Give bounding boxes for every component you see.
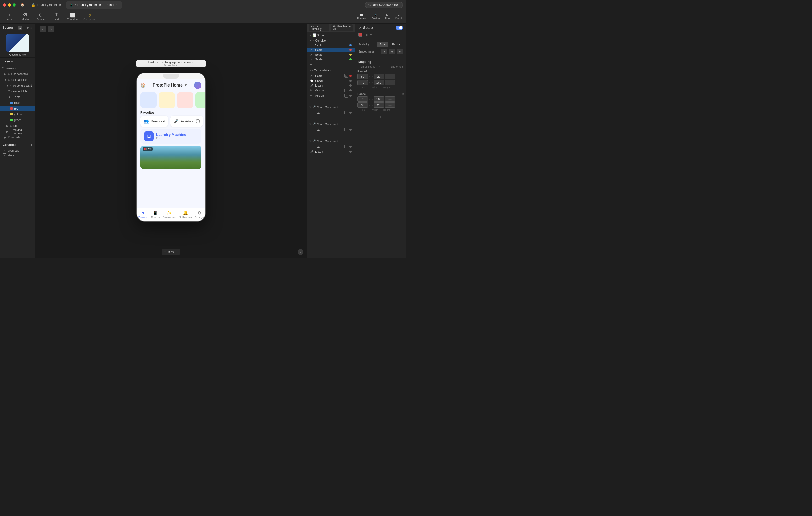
range2-width-2[interactable]: 20 xyxy=(374,102,384,108)
canvas-back-btn[interactable]: ‹ xyxy=(39,26,46,32)
voice-header-2[interactable]: ▼ 🎤 Voice Command ... xyxy=(307,121,355,127)
add-voice-action-1[interactable]: + xyxy=(307,115,355,121)
help-btn[interactable]: ? xyxy=(298,249,303,255)
var-state[interactable]: x state xyxy=(0,153,35,158)
scale-row-3[interactable]: ↗ Scale xyxy=(307,52,355,57)
layer-broadcast-tile[interactable]: ▶ □ broadcast tile xyxy=(0,71,35,77)
assign-row-1[interactable]: fx Assign x xyxy=(307,88,355,93)
tile-3[interactable] xyxy=(177,92,193,108)
tile-1[interactable] xyxy=(141,92,157,108)
range2-height-1[interactable]: — xyxy=(385,96,395,102)
layer-label[interactable]: ▶ □ label xyxy=(0,123,35,129)
voice-text-row-3[interactable]: T Text T xyxy=(307,144,355,149)
preview-btn[interactable]: ⬜ Preview xyxy=(357,13,367,20)
scene-item[interactable]: Google ho me xyxy=(2,34,33,56)
traffic-light-close[interactable] xyxy=(3,3,6,6)
fav-assistant[interactable]: 🎤 Assistant xyxy=(170,116,203,127)
traffic-light-fullscreen[interactable] xyxy=(12,3,16,6)
toolbar-import[interactable]: ↑ Import xyxy=(4,12,14,21)
sound-header[interactable]: ▼ 📊 Sound xyxy=(307,32,355,38)
cloud-btn[interactable]: ☁ Cloud xyxy=(395,13,402,20)
laundry-card[interactable]: ⊡ Laundry Machine On xyxy=(141,129,201,144)
nav-automations[interactable]: ✨ Automations xyxy=(163,210,176,218)
voice-listen-row[interactable]: 🎤 Listen xyxy=(307,149,355,154)
canvas-forward-btn[interactable]: › xyxy=(48,26,54,32)
range2-close[interactable]: × xyxy=(402,92,404,95)
nav-settings[interactable]: ⚙ Settings xyxy=(195,210,204,218)
nav-notifications[interactable]: 🔔 Notifications xyxy=(179,210,192,218)
layer-voice-assistant[interactable]: ▼ □ voice assistant xyxy=(0,83,35,88)
zoom-out-btn[interactable]: − xyxy=(164,250,166,254)
traffic-light-minimize[interactable] xyxy=(8,3,11,6)
new-tab-button[interactable]: + xyxy=(124,2,130,8)
canvas-area[interactable]: ‹ › It will keep tumbling to prevent wri… xyxy=(35,24,307,258)
tile-2[interactable] xyxy=(159,92,175,108)
range2-db-1[interactable]: 70 xyxy=(357,96,368,102)
add-range-btn[interactable]: + xyxy=(355,114,406,120)
color-selector[interactable]: red ▼ xyxy=(355,32,406,38)
run-btn[interactable]: ▶ Run xyxy=(385,13,390,20)
range1-db-2[interactable]: 70 xyxy=(357,80,368,85)
toolbar-container[interactable]: ⬜ Container xyxy=(67,12,78,21)
layer-moving-container[interactable]: ▶ □ moving container xyxy=(0,129,35,134)
scale-size-option[interactable]: Size xyxy=(377,42,388,47)
voice-header-3[interactable]: ▼ 🎤 Voice Command ... xyxy=(307,138,355,144)
range1-height-2[interactable]: — xyxy=(385,80,395,85)
nav-devices[interactable]: 📱 Devices xyxy=(151,210,160,218)
add-sound-action[interactable]: + xyxy=(307,62,355,67)
tab-laundry-phone[interactable]: 📱 * Laundry machine – Phone × xyxy=(66,1,122,9)
scale-row-1[interactable]: ↗ Scale xyxy=(307,43,355,48)
range2-height-2[interactable]: — xyxy=(385,102,395,108)
tap-header[interactable]: ▼ ▪ Tap assistant xyxy=(307,67,355,73)
layer-green[interactable]: green xyxy=(0,117,35,123)
scale-factor-option[interactable]: Factor xyxy=(389,42,403,47)
speak-row[interactable]: 💬 Speak xyxy=(307,79,355,83)
scale-row-2[interactable]: ↗ Scale xyxy=(307,48,355,52)
toolbar-shape[interactable]: ⬡ Shape xyxy=(36,12,46,21)
add-voice-action-2[interactable]: + xyxy=(307,132,355,138)
fav-broadcast[interactable]: 👥 Broadcast xyxy=(141,116,168,127)
range1-width-1[interactable]: 20 xyxy=(374,74,384,79)
add-tap-action[interactable]: + xyxy=(307,98,355,104)
range2-db-2[interactable]: 90 xyxy=(357,102,368,108)
range1-width-2[interactable]: 160 xyxy=(374,80,384,85)
smooth-btn-3[interactable]: ∨ xyxy=(397,49,403,54)
zoom-in-btn[interactable]: + xyxy=(176,250,178,254)
scene-options-btn[interactable]: ≡ xyxy=(30,26,32,30)
range2-width-1[interactable]: 160 xyxy=(374,96,384,102)
listen-row[interactable]: 🎤 Listen xyxy=(307,83,355,88)
layer-blue[interactable]: blue xyxy=(0,100,35,105)
tab-laundry-machine[interactable]: 🔒 Laundry machine xyxy=(28,1,64,9)
scale-toggle[interactable] xyxy=(396,26,403,30)
voice-text-row-1[interactable]: T Text T xyxy=(307,110,355,115)
layer-favorites[interactable]: T Favorites xyxy=(0,65,35,71)
condition-row[interactable]: ⟷ Condition xyxy=(307,38,355,43)
layer-yellow[interactable]: yellow xyxy=(0,111,35,117)
add-scene-btn[interactable]: + xyxy=(27,26,29,30)
layer-dots[interactable]: ▼ □ dots xyxy=(0,94,35,100)
smooth-btn-1[interactable]: ∧ xyxy=(381,49,387,54)
layer-assistant-label[interactable]: T assistant label xyxy=(0,88,35,94)
range1-height-1[interactable]: — xyxy=(385,74,395,79)
add-variable-btn[interactable]: + xyxy=(31,143,32,147)
nav-favorites[interactable]: ♥ Favorites xyxy=(138,211,148,218)
toolbar-media[interactable]: 🖼 Media xyxy=(20,12,30,21)
tap-scale-row[interactable]: ↗ Scale □ xyxy=(307,73,355,79)
voice-header-1[interactable]: ▼ 🎤 Voice Command ... xyxy=(307,104,355,110)
var-progress[interactable]: x progress xyxy=(0,148,35,153)
device-selector[interactable]: Galaxy S20 360 × 800 xyxy=(365,2,403,8)
scale-row-4[interactable]: ↗ Scale xyxy=(307,57,355,62)
tab-close-btn[interactable]: × xyxy=(115,3,119,7)
tile-4[interactable] xyxy=(196,92,205,108)
range1-db-1[interactable]: 50 xyxy=(357,74,368,79)
home-icon[interactable]: 🏠 xyxy=(20,2,25,7)
layer-red[interactable]: red xyxy=(0,105,35,111)
voice-text-row-2[interactable]: T Text T xyxy=(307,127,355,132)
layer-assistant-tile[interactable]: ▼ □ assistant tile xyxy=(0,77,35,83)
layer-sounds[interactable]: ▶ □ sounds xyxy=(0,134,35,140)
range1-close[interactable]: × xyxy=(402,70,404,73)
toolbar-text[interactable]: T Text xyxy=(51,12,62,21)
device-btn[interactable]: 📱 Device xyxy=(372,13,380,20)
smooth-btn-2[interactable]: ∪ xyxy=(389,49,395,54)
assign-row-2[interactable]: fx Assign x xyxy=(307,93,355,98)
